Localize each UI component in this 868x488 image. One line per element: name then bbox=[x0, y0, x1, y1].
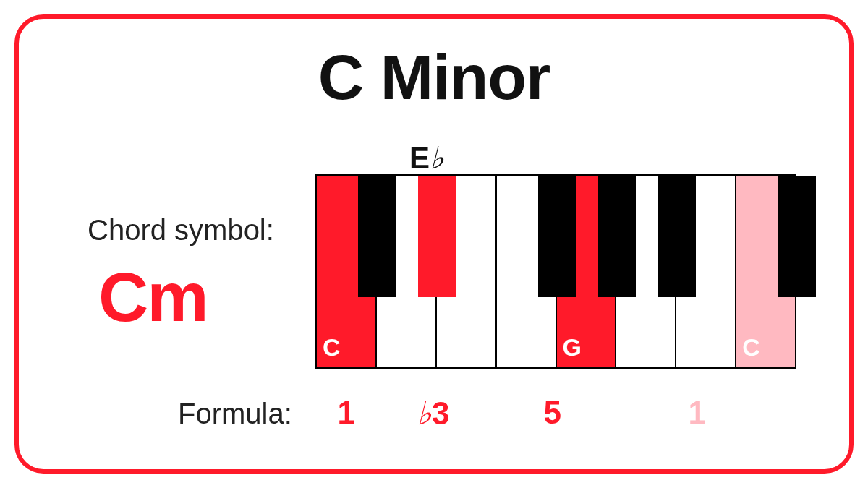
black-key-cs2 bbox=[778, 176, 816, 297]
note-label: G bbox=[563, 333, 582, 361]
chord-card: C Minor Chord symbol: Cm E♭ C G C Formul… bbox=[14, 14, 854, 474]
black-keys bbox=[317, 176, 795, 297]
black-key-eb-label: E♭ bbox=[409, 140, 444, 176]
chord-symbol-label: Chord symbol: bbox=[88, 214, 274, 247]
formula-degree-text: 1 bbox=[689, 395, 706, 430]
flat-icon: ♭ bbox=[430, 142, 444, 175]
formula-degree-1: 1 bbox=[314, 395, 379, 432]
flat-icon: ♭ bbox=[417, 396, 432, 432]
formula-degree-5: 5 bbox=[488, 395, 618, 432]
black-key-label-letter: E bbox=[409, 141, 430, 175]
formula-label: Formula: bbox=[178, 398, 292, 430]
black-key-fs bbox=[538, 176, 576, 297]
black-key-gs bbox=[598, 176, 636, 297]
note-label: C bbox=[742, 333, 760, 361]
chord-symbol-value: Cm bbox=[98, 257, 208, 337]
formula-degree-text: 3 bbox=[432, 395, 449, 431]
black-key-cs bbox=[358, 176, 396, 297]
chord-title: C Minor bbox=[19, 40, 849, 114]
piano-keyboard: C G C bbox=[315, 174, 796, 369]
formula-row: Formula: 1 ♭3 5 1 bbox=[178, 395, 820, 438]
formula-degree-text: 5 bbox=[544, 395, 561, 430]
black-key-eb bbox=[418, 176, 456, 297]
formula-degree-text: 1 bbox=[338, 395, 355, 430]
formula-degree-b3: ♭3 bbox=[379, 395, 488, 432]
note-label: C bbox=[323, 333, 341, 361]
formula-degree-1-octave: 1 bbox=[618, 395, 777, 432]
formula-items: 1 ♭3 5 1 bbox=[314, 395, 777, 432]
black-key-bb bbox=[658, 176, 696, 297]
